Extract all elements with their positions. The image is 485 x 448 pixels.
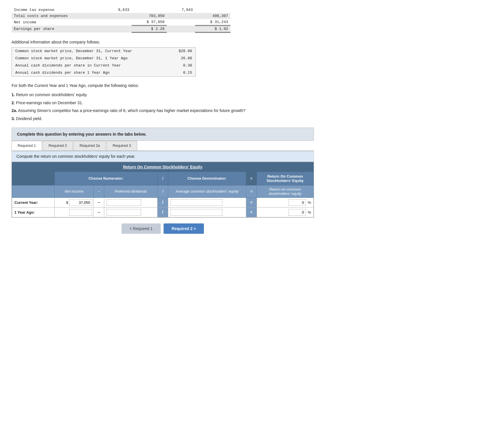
percent-label-1: % [307,210,311,214]
question-item: 2. Price-earnings ratio on December 31. [12,100,473,107]
col-equals: = [246,172,257,185]
equity-row-0: Current Year: $ – / = % [12,198,314,207]
num2-cell-1[interactable] [104,207,158,217]
den-input-1[interactable] [170,209,222,216]
num2-cell-0[interactable] [104,198,158,207]
col-denominator: Choose Denominator: [168,172,246,185]
equals-cell-1: = [246,207,257,217]
equity-table-title: Return On Common Stockholders' Equity [12,162,314,172]
question-block: For both the Current Year and 1 Year Ago… [12,82,473,122]
equity-table-wrapper: Return On Common Stockholders' Equity Ch… [12,162,314,218]
next-button[interactable]: Required 2 > [164,223,204,234]
instruction-text: Complete this question by entering your … [17,132,146,136]
col-result: Return On Common Stockholders' Equity [257,172,313,185]
prev-button[interactable]: < Required 1 [122,223,161,234]
tabs-container: Required 1Required 2Required 2aRequired … [12,141,314,151]
subheader-numerator2: Preferred dividends [104,185,158,198]
minus-cell-0: – [94,198,104,207]
num1-input-1[interactable] [69,209,92,216]
col-empty [12,172,55,185]
row-label-0: Current Year: [12,198,55,207]
sub-instruction: Compute the return on common stockholder… [12,151,314,162]
col-slash: / [157,172,168,185]
row-label-1: 1 Year Ago: [12,207,55,217]
equals-cell-0: = [246,198,257,207]
subheader-equals: = [246,185,257,198]
percent-label-0: % [307,200,311,205]
den-input-0[interactable] [170,199,222,206]
question-intro: For both the Current Year and 1 Year Ago… [12,82,473,89]
instruction-box: Complete this question by entering your … [12,128,314,141]
result-input-1[interactable] [289,209,306,216]
tab-req2[interactable]: Required 2 [43,141,73,151]
slash-cell-1: / [157,207,168,217]
result-cell-1[interactable]: % [257,207,313,217]
subheader-empty [12,185,55,198]
subheader-minus: – [94,185,104,198]
num2-input-0[interactable] [107,199,141,206]
subheader-slash: / [157,185,168,198]
num1-input-0[interactable] [69,199,92,206]
num2-input-1[interactable] [107,209,141,216]
sub-instruction-text: Compute the return on common stockholder… [16,154,135,159]
nav-buttons: < Required 1 Required 2 > [12,223,314,234]
subheader-result: Return on common stockholders' equity [257,185,313,198]
tab-req2a[interactable]: Required 2a [73,141,106,151]
subheader-denominator: Average common stockholders' equity [168,185,246,198]
col-numerator: Choose Numerator: [54,172,157,185]
minus-cell-1: – [94,207,104,217]
question-item: 2a. Assuming Simon's competitor has a pr… [12,107,473,114]
subheader-numerator1: Net income [54,185,93,198]
result-cell-0[interactable]: % [257,198,313,207]
den-cell-0[interactable] [168,198,246,207]
question-item: 3. Dividend yield. [12,115,473,122]
num1-cell-1[interactable] [54,207,93,217]
additional-info-title: Additional information about the company… [12,40,473,44]
tab-req1[interactable]: Required 1 [12,141,42,151]
equity-table: Return On Common Stockholders' Equity Ch… [12,162,314,217]
income-summary-table: Income tax expense 9,633 7,943 Total cos… [12,7,230,33]
num1-cell-0[interactable]: $ [54,198,93,207]
equity-row-1: 1 Year Ago: – / = % [12,207,314,217]
result-input-0[interactable] [289,199,306,206]
den-cell-1[interactable] [168,207,246,217]
additional-info-table: Common stock market price, December 31, … [12,47,196,77]
tab-req3[interactable]: Required 3 [107,141,137,151]
question-item: 1. Return on common stockholders' equity… [12,92,473,98]
slash-cell-0: / [157,198,168,207]
